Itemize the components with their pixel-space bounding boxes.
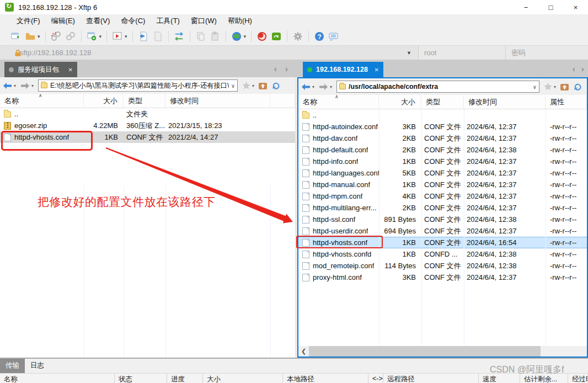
remote-path-caret[interactable]: ∨ (533, 84, 537, 90)
open-folder-icon[interactable] (24, 30, 36, 42)
remote-favorites-caret[interactable]: ▾ (554, 84, 556, 89)
local-forward-caret[interactable]: ▾ (31, 83, 34, 88)
synchronize-icon[interactable] (173, 30, 185, 42)
tabs-scroll-left-icon[interactable]: ‹ (274, 65, 277, 73)
session-url-field[interactable]: sftp://192.168.192.128 ▼ (0, 46, 418, 60)
open-folder-caret[interactable]: ▾ (38, 34, 40, 39)
menu-item[interactable]: 工具(T) (151, 14, 185, 28)
remote-file-row[interactable]: httpd-multilang-err... 2KB CONF 文件 2024/… (298, 202, 587, 214)
remote-horizontal-scrollbar[interactable]: ❮ (298, 346, 587, 357)
remote-back-icon[interactable] (301, 83, 311, 91)
local-col-size[interactable]: 大小 (84, 94, 124, 108)
remote-col-size[interactable]: 大小 (379, 95, 421, 109)
remote-file-row[interactable]: httpd-vhosts.conf 1KB CONF 文件 2024/6/4, … (298, 237, 587, 248)
scroll-left-arrow-icon[interactable]: ❮ (298, 346, 309, 357)
remote-back-caret[interactable]: ▾ (312, 84, 314, 89)
remote-file-row[interactable]: httpd-info.conf 1KB CONF 文件 2024/6/4, 12… (298, 156, 587, 167)
open-browser-caret[interactable]: ▾ (244, 34, 247, 39)
tr-col-status[interactable]: 状态 (115, 374, 167, 383)
tabs2-scroll-right-icon[interactable]: › (581, 65, 584, 73)
scrollbar-thumb[interactable] (309, 346, 541, 357)
session-properties-icon[interactable] (86, 30, 98, 42)
remote-col-name[interactable]: 名称 (298, 95, 379, 109)
remote-file-row[interactable]: .. (298, 109, 587, 121)
local-file-row[interactable]: .. 文件夹 (0, 108, 295, 120)
password-field[interactable]: 密码 (505, 46, 588, 60)
menu-item[interactable]: 帮助(H) (222, 14, 258, 28)
tabs2-scroll-left-icon[interactable]: ‹ (573, 65, 575, 73)
tab-local-close-icon[interactable]: ✕ (68, 67, 73, 73)
help-icon[interactable]: ? (313, 30, 325, 42)
execute-caret[interactable]: ▾ (125, 34, 127, 39)
remote-col-date[interactable]: 修改时间 (464, 95, 546, 109)
tr-col-progress[interactable]: 进度 (167, 374, 203, 383)
local-refresh-icon[interactable] (271, 81, 280, 90)
tr-col-remotepath[interactable]: 远程路径 (383, 374, 479, 383)
remote-favorites-icon[interactable] (544, 83, 552, 91)
local-home-icon[interactable] (258, 82, 268, 90)
remote-file-row[interactable]: httpd-autoindex.conf 3KB CONF 文件 2024/6/… (298, 121, 587, 132)
xftp-icon[interactable] (270, 30, 282, 42)
menu-item[interactable]: 命令(C) (115, 14, 151, 28)
local-path-input[interactable]: E:\愤怒吧小鸟\黑马测试学习\第四篇性能与小程序-还有接口\ ∨ (38, 79, 238, 92)
settings-gear-icon[interactable] (292, 30, 304, 42)
remote-forward-icon[interactable] (319, 83, 328, 91)
menu-item[interactable]: 编辑(E) (46, 14, 81, 28)
tr-col-name[interactable]: 名称 (0, 374, 115, 383)
local-forward-icon[interactable] (20, 82, 30, 89)
new-session-icon[interactable] (10, 30, 22, 42)
local-back-icon[interactable] (3, 82, 12, 89)
tr-col-size[interactable]: 大小 (203, 374, 283, 383)
execute-icon[interactable] (111, 30, 124, 42)
menu-item[interactable]: 文件(F) (11, 14, 46, 28)
tabs-scroll-right-icon[interactable]: › (285, 65, 288, 73)
remote-forward-caret[interactable]: ▾ (330, 84, 332, 89)
menu-item[interactable]: 窗口(W) (185, 14, 222, 28)
tr-col-localpath[interactable]: 本地路径 (283, 374, 368, 383)
feedback-icon[interactable] (328, 30, 340, 42)
local-file-row[interactable]: httpd-vhosts.conf 1KB CONF 文件 2021/2/4, … (0, 131, 295, 143)
maximize-button[interactable]: □ (538, 0, 563, 14)
remote-file-row[interactable]: httpd-mpm.conf 4KB CONF 文件 2024/6/4, 12:… (298, 190, 587, 202)
remote-file-row[interactable]: httpd-languages.conf 5KB CONF 文件 2024/6/… (298, 167, 587, 179)
local-nav-toolbar: ▾ ▾ E:\愤怒吧小鸟\黑马测试学习\第四篇性能与小程序-还有接口\ ∨ ▾ (0, 77, 295, 94)
username-field[interactable]: root (418, 46, 505, 60)
session-properties-caret[interactable]: ▾ (99, 34, 102, 39)
local-file-row[interactable]: egoser.zip 4.22MB 360压缩 Z... 2021/3/15, … (0, 120, 295, 131)
remote-path-input[interactable]: /usr/local/apache/conf/extra ∨ (336, 81, 539, 93)
remote-file-row[interactable]: httpd-ssl.conf 891 Bytes CONF 文件 2024/6/… (298, 214, 587, 225)
remote-file-row[interactable]: httpd-manual.conf 1KB CONF 文件 2024/6/4, … (298, 179, 587, 190)
tab-remote-close-icon[interactable]: ✕ (375, 67, 379, 73)
close-button[interactable]: × (563, 0, 588, 14)
remote-file-row[interactable]: httpd-default.conf 2KB CONF 文件 2024/6/4,… (298, 144, 587, 156)
local-col-date[interactable]: 修改时间 (165, 94, 270, 108)
minimize-button[interactable]: − (514, 0, 538, 14)
remote-home-icon[interactable] (560, 83, 569, 91)
remote-refresh-icon[interactable] (573, 82, 582, 91)
url-dropdown-caret[interactable]: ▼ (407, 50, 411, 56)
local-favorites-icon[interactable] (242, 82, 250, 89)
tab-local-session[interactable]: 服务端项目包 ✕ (4, 62, 77, 77)
tr-col-direction[interactable]: <-> (368, 374, 383, 383)
tab-transfer[interactable]: 传输 (0, 359, 25, 373)
remote-file-row[interactable]: httpd-dav.conf 2KB CONF 文件 2024/6/4, 12:… (298, 132, 587, 144)
panel-tab-strip: 服务端项目包 ✕ ‹ › 192.168.192.128 ✕ ‹ › (0, 60, 588, 77)
xshell-icon[interactable] (256, 30, 268, 42)
local-back-caret[interactable]: ▾ (14, 83, 16, 88)
open-browser-icon[interactable] (231, 30, 243, 42)
remote-col-attr[interactable]: 属性 (546, 95, 587, 109)
tab-remote-session[interactable]: 192.168.192.128 ✕ (303, 62, 383, 77)
local-col-type[interactable]: 类型 (124, 94, 165, 108)
remote-file-row[interactable]: mod_remoteip.conf 114 Bytes CONF 文件 2024… (298, 260, 587, 272)
local-favorites-caret[interactable]: ▾ (252, 83, 254, 88)
remote-file-row[interactable]: httpd-userdir.conf 694 Bytes CONF 文件 202… (298, 225, 587, 237)
remote-col-type[interactable]: 类型 (421, 95, 464, 109)
tab-log[interactable]: 日志 (25, 359, 50, 373)
local-path-caret[interactable]: ∨ (231, 83, 235, 89)
remote-file-row[interactable]: proxy-html.conf 3KB CONF 文件 2024/6/4, 12… (298, 272, 587, 283)
remote-file-row[interactable]: httpd-vhosts.confd 1KB CONFD ... 2024/6/… (298, 248, 587, 260)
tr-col-elapsed[interactable]: 经过时间 (568, 374, 588, 383)
menu-item[interactable]: 查看(V) (81, 14, 115, 28)
transfer-to-local-icon[interactable] (137, 30, 149, 42)
disconnect-icon (50, 30, 62, 42)
